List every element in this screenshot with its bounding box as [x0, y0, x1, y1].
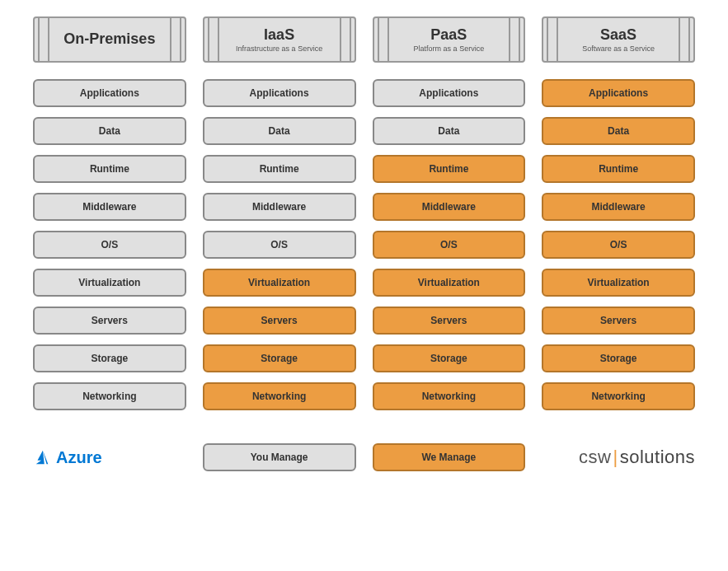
csw-logo-left: csw: [579, 447, 611, 467]
layer-cell: Data: [542, 117, 695, 145]
column-header-iaas: IaaS Infrastructure as a Service: [203, 16, 356, 63]
layer-cell: Networking: [542, 382, 695, 410]
layer-cell: Data: [203, 117, 356, 145]
layer-cell: Networking: [203, 382, 356, 410]
layer-cell: Applications: [542, 79, 695, 107]
layer-cell: Applications: [373, 79, 526, 107]
layer-cell: Virtualization: [542, 269, 695, 297]
layer-cell: Networking: [33, 382, 186, 410]
azure-icon: [33, 448, 51, 466]
column-title: PaaS: [430, 26, 467, 44]
legend-label: We Manage: [421, 452, 476, 463]
layer-cell: Applications: [33, 79, 186, 107]
layer-cell: Storage: [203, 344, 356, 372]
layer-cell: Runtime: [373, 155, 526, 183]
layer-cell: Servers: [373, 307, 526, 335]
layer-cell: Middleware: [203, 193, 356, 221]
layer-cell: Storage: [33, 344, 186, 372]
legend-you-manage: You Manage: [203, 443, 356, 471]
layer-grid: ApplicationsApplicationsApplicationsAppl…: [33, 79, 695, 410]
csw-logo-right: solutions: [620, 447, 695, 467]
azure-logo: Azure: [33, 448, 186, 467]
layer-cell: Virtualization: [33, 269, 186, 297]
layer-cell: Runtime: [542, 155, 695, 183]
csw-solutions-logo: csw|solutions: [542, 447, 695, 468]
layer-cell: Virtualization: [373, 269, 526, 297]
column-header-onprem: On-Premises: [33, 16, 186, 63]
layer-cell: Applications: [203, 79, 356, 107]
legend-label: You Manage: [251, 452, 308, 463]
layer-cell: Middleware: [373, 193, 526, 221]
column-header-paas: PaaS Platform as a Service: [373, 16, 526, 63]
layer-cell: Servers: [33, 307, 186, 335]
layer-cell: Middleware: [542, 193, 695, 221]
legend-row: Azure You Manage We Manage csw|solutions: [33, 443, 695, 471]
layer-cell: Servers: [203, 307, 356, 335]
layer-cell: Virtualization: [203, 269, 356, 297]
layer-cell: Data: [373, 117, 526, 145]
layer-cell: O/S: [33, 231, 186, 259]
layer-cell: Networking: [373, 382, 526, 410]
layer-cell: O/S: [373, 231, 526, 259]
column-title: On-Premises: [63, 30, 155, 48]
layer-cell: Runtime: [33, 155, 186, 183]
layer-cell: Middleware: [33, 193, 186, 221]
header-row: On-Premises IaaS Infrastructure as a Ser…: [33, 16, 695, 63]
azure-label: Azure: [56, 448, 102, 467]
layer-cell: Data: [33, 117, 186, 145]
column-title: IaaS: [264, 26, 294, 44]
layer-cell: Runtime: [203, 155, 356, 183]
layer-cell: O/S: [203, 231, 356, 259]
layer-cell: Storage: [542, 344, 695, 372]
column-header-saas: SaaS Software as a Service: [542, 16, 695, 63]
column-subtitle: Platform as a Service: [414, 44, 485, 53]
csw-logo-divider: |: [611, 447, 619, 467]
layer-cell: O/S: [542, 231, 695, 259]
layer-cell: Servers: [542, 307, 695, 335]
column-subtitle: Software as a Service: [582, 44, 655, 53]
legend-we-manage: We Manage: [373, 443, 526, 471]
column-title: SaaS: [600, 26, 636, 44]
layer-cell: Storage: [373, 344, 526, 372]
column-subtitle: Infrastructure as a Service: [236, 44, 322, 53]
